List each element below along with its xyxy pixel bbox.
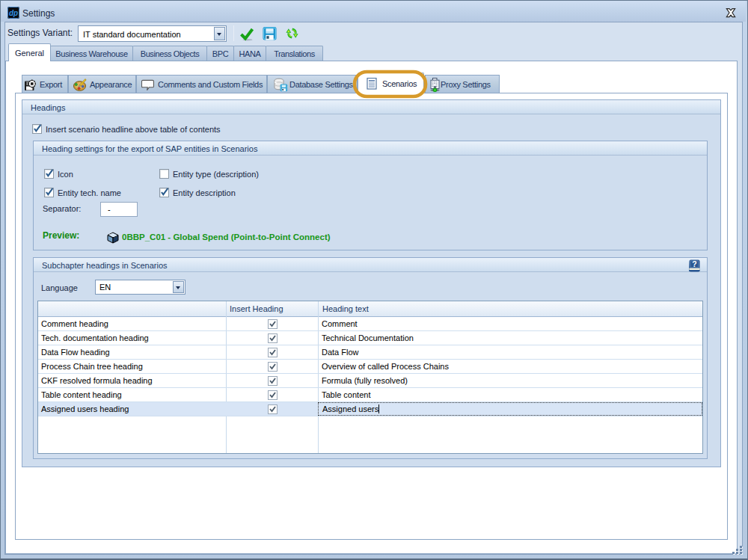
svg-text:?: ? [692, 259, 696, 268]
svg-text:dp: dp [9, 9, 18, 17]
